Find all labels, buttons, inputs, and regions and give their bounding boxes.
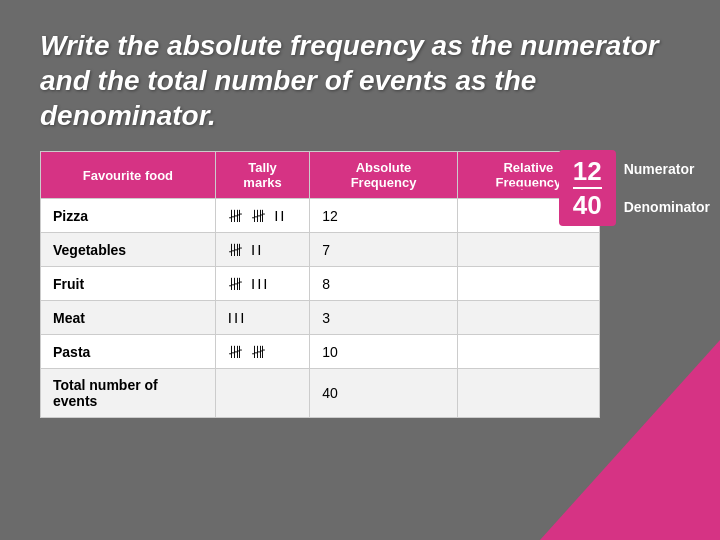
cell-tally: 𝍸 𝍸 (215, 335, 309, 369)
cell-food: Meat (41, 301, 216, 335)
cell-relative (457, 301, 599, 335)
fraction-denominator: 40 (573, 192, 602, 218)
col-header-absolute: Absolute Frequency (310, 152, 458, 199)
fraction-numerator: 12 (573, 158, 602, 184)
title-area: Write the absolute frequency as the nume… (0, 0, 720, 151)
table-row: MeatIII3 (41, 301, 600, 335)
callout-arrow-icon (491, 173, 551, 203)
cell-tally: 𝍸 III (215, 267, 309, 301)
cell-tally: 𝍸 II (215, 233, 309, 267)
denominator-label: Denominator (624, 199, 710, 215)
col-header-food: Favourite food (41, 152, 216, 199)
cell-food: Total number of events (41, 369, 216, 418)
cell-food: Pasta (41, 335, 216, 369)
cell-relative (457, 267, 599, 301)
table-row: Vegetables𝍸 II7 (41, 233, 600, 267)
table-row: Fruit𝍸 III8 (41, 267, 600, 301)
cell-absolute: 3 (310, 301, 458, 335)
cell-tally: 𝍸 𝍸 II (215, 199, 309, 233)
cell-relative (457, 233, 599, 267)
numerator-label: Numerator (624, 161, 710, 177)
cell-absolute: 7 (310, 233, 458, 267)
cell-food: Fruit (41, 267, 216, 301)
fraction-callout: 12 40 Numerator Denominator (491, 150, 710, 226)
table-row: Pasta𝍸 𝍸10 (41, 335, 600, 369)
table-row: Total number of events40 (41, 369, 600, 418)
page-title: Write the absolute frequency as the nume… (40, 28, 680, 133)
cell-food: Pizza (41, 199, 216, 233)
cell-absolute: 8 (310, 267, 458, 301)
cell-absolute: 10 (310, 335, 458, 369)
cell-tally: III (215, 301, 309, 335)
cell-food: Vegetables (41, 233, 216, 267)
cell-tally (215, 369, 309, 418)
decorative-triangle (540, 340, 720, 540)
cell-absolute: 12 (310, 199, 458, 233)
cell-absolute: 40 (310, 369, 458, 418)
fraction-labels: Numerator Denominator (624, 161, 710, 215)
col-header-tally: Tally marks (215, 152, 309, 199)
